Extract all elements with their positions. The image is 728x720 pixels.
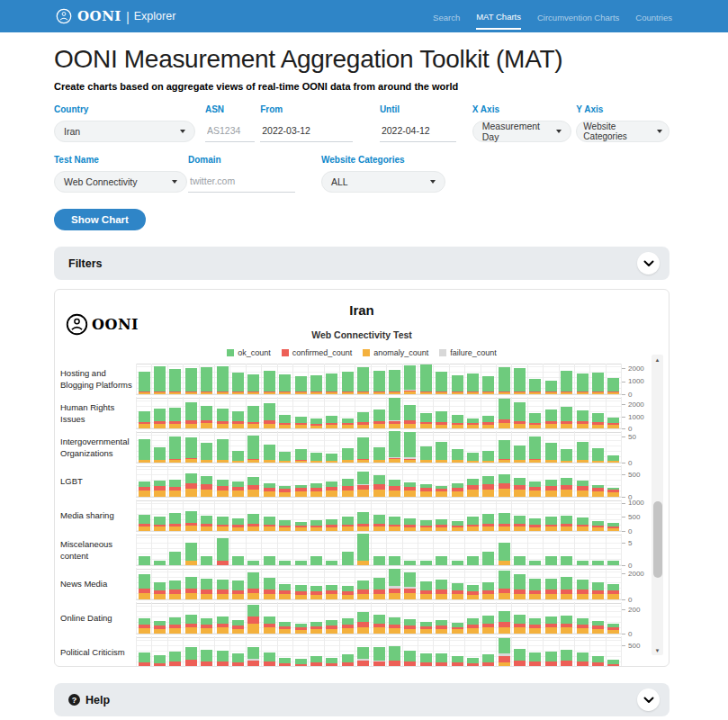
stacked-bar[interactable] [561, 407, 572, 428]
stacked-bar[interactable] [373, 410, 385, 428]
stacked-bar[interactable] [232, 518, 244, 531]
stacked-bar[interactable] [514, 574, 526, 599]
scroll-up-arrow-icon[interactable]: ▲ [652, 355, 663, 364]
stacked-bar[interactable] [482, 616, 494, 634]
stacked-bar[interactable] [404, 561, 416, 565]
stacked-bar[interactable] [452, 415, 463, 428]
stacked-bar[interactable] [499, 399, 510, 428]
stacked-bar[interactable] [279, 486, 291, 497]
stacked-bar[interactable] [467, 374, 479, 394]
stacked-bar[interactable] [561, 478, 572, 497]
stacked-bar[interactable] [452, 623, 463, 634]
stacked-bar[interactable] [310, 586, 322, 599]
stacked-bar[interactable] [357, 367, 369, 394]
stacked-bar[interactable] [467, 517, 479, 531]
stacked-bar[interactable] [264, 578, 275, 599]
stacked-bar[interactable] [482, 654, 494, 668]
stacked-bar[interactable] [232, 653, 244, 667]
stacked-bar[interactable] [279, 584, 291, 599]
stacked-bar[interactable] [561, 371, 572, 394]
y-axis-select[interactable]: Website Categories [576, 121, 670, 142]
stacked-bar[interactable] [577, 561, 589, 565]
website-categories-select[interactable]: ALL [321, 171, 445, 193]
stacked-bar[interactable] [232, 482, 244, 497]
stacked-bar[interactable] [154, 621, 166, 634]
stacked-bar[interactable] [247, 477, 259, 497]
stacked-bar[interactable] [545, 517, 557, 531]
stacked-bar[interactable] [201, 618, 212, 634]
stacked-bar[interactable] [561, 616, 572, 634]
stacked-bar[interactable] [373, 556, 385, 565]
nav-link-countries[interactable]: Countries [635, 4, 672, 29]
stacked-bar[interactable] [577, 410, 589, 428]
stacked-bar[interactable] [607, 561, 619, 565]
stacked-bar[interactable] [295, 376, 307, 394]
stacked-bar[interactable] [185, 368, 197, 394]
stacked-bar[interactable] [607, 660, 619, 668]
filters-collapse-bar[interactable]: Filters [54, 247, 670, 280]
stacked-bar[interactable] [279, 415, 291, 428]
stacked-bar[interactable] [436, 653, 447, 668]
legend-item[interactable]: failure_count [439, 348, 497, 357]
stacked-bar[interactable] [529, 561, 541, 565]
asn-input[interactable] [205, 121, 255, 142]
stacked-bar[interactable] [404, 365, 416, 394]
stacked-bar[interactable] [529, 618, 541, 634]
stacked-bar[interactable] [436, 580, 447, 599]
stacked-bar[interactable] [514, 402, 526, 428]
stacked-bar[interactable] [452, 583, 463, 599]
stacked-bar[interactable] [154, 409, 166, 428]
stacked-bar[interactable] [326, 454, 337, 463]
stacked-bar[interactable] [217, 538, 229, 565]
stacked-bar[interactable] [561, 516, 572, 531]
stacked-bar[interactable] [592, 413, 604, 428]
stacked-bar[interactable] [264, 556, 275, 565]
stacked-bar[interactable] [201, 443, 212, 463]
stacked-bar[interactable] [389, 556, 400, 565]
stacked-bar[interactable] [420, 581, 432, 599]
legend-item[interactable]: ok_count [227, 348, 271, 357]
stacked-bar[interactable] [389, 398, 400, 428]
stacked-bar[interactable] [295, 449, 307, 463]
stacked-bar[interactable] [561, 449, 572, 463]
stacked-bar[interactable] [201, 516, 212, 531]
stacked-bar[interactable] [592, 582, 604, 599]
stacked-bar[interactable] [607, 378, 619, 394]
stacked-bar[interactable] [247, 647, 259, 667]
stacked-bar[interactable] [482, 376, 494, 394]
stacked-bar[interactable] [154, 447, 166, 463]
stacked-bar[interactable] [247, 514, 259, 531]
stacked-bar[interactable] [452, 483, 463, 497]
stacked-bar[interactable] [326, 416, 337, 428]
stacked-bar[interactable] [545, 381, 557, 394]
stacked-bar[interactable] [232, 580, 244, 599]
stacked-bar[interactable] [154, 481, 166, 497]
stacked-bar[interactable] [545, 579, 557, 599]
stacked-bar[interactable] [169, 617, 181, 634]
stacked-bar[interactable] [201, 579, 212, 599]
filters-expand-button[interactable] [637, 252, 660, 274]
stacked-bar[interactable] [247, 605, 259, 634]
stacked-bar[interactable] [154, 517, 166, 531]
stacked-bar[interactable] [357, 437, 369, 463]
stacked-bar[interactable] [373, 475, 385, 498]
stacked-bar[interactable] [577, 481, 589, 498]
stacked-bar[interactable] [185, 543, 197, 565]
stacked-bar[interactable] [357, 512, 369, 531]
stacked-bar[interactable] [310, 418, 322, 428]
stacked-bar[interactable] [499, 440, 510, 464]
stacked-bar[interactable] [169, 580, 181, 599]
stacked-bar[interactable] [529, 413, 541, 428]
stacked-bar[interactable] [357, 647, 369, 667]
stacked-bar[interactable] [389, 517, 400, 531]
stacked-bar[interactable] [295, 522, 307, 531]
stacked-bar[interactable] [310, 622, 322, 634]
stacked-bar[interactable] [389, 617, 400, 634]
stacked-bar[interactable] [577, 618, 589, 634]
nav-link-mat-charts[interactable]: MAT Charts [476, 3, 521, 30]
stacked-bar[interactable] [467, 658, 479, 667]
stacked-bar[interactable] [342, 517, 354, 531]
stacked-bar[interactable] [295, 624, 307, 634]
stacked-bar[interactable] [264, 517, 275, 531]
nav-link-search[interactable]: Search [433, 4, 460, 29]
